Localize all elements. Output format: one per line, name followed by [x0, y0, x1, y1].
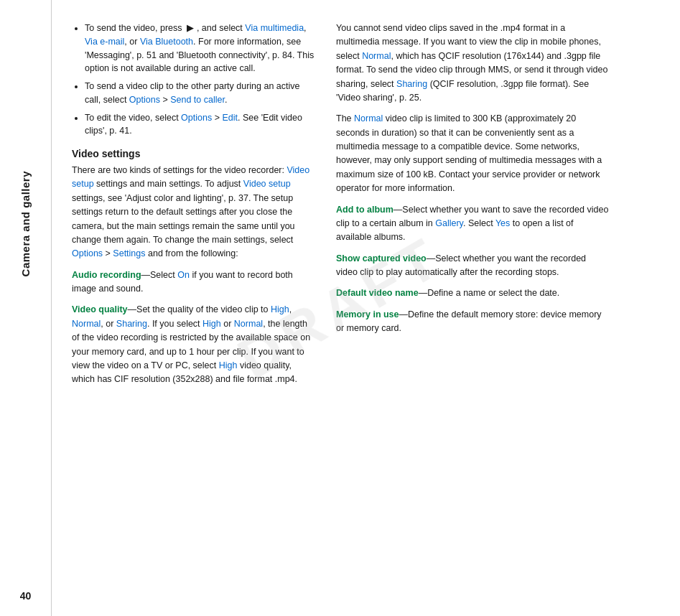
main-content: To send the video, press ▶ , and select …: [52, 0, 680, 616]
link-options-3[interactable]: Options: [72, 248, 103, 258]
sidebar: Camera and gallery 40: [0, 0, 52, 616]
default-video-name-term: Default video name: [336, 288, 419, 298]
link-high-3[interactable]: High: [219, 360, 238, 370]
link-sharing-2[interactable]: Sharing: [396, 79, 427, 89]
link-gallery[interactable]: Gallery: [435, 218, 463, 228]
left-column: To send the video, press ▶ , and select …: [72, 22, 316, 594]
link-send-to-caller[interactable]: Send to caller: [170, 95, 225, 105]
add-to-album-section: Add to album—Select whether you want to …: [336, 203, 609, 245]
link-normal-3[interactable]: Normal: [362, 51, 391, 61]
bullet-list: To send the video, press ▶ , and select …: [72, 22, 316, 138]
bullet-item-1: To send the video, press ▶ , and select …: [85, 22, 316, 75]
link-edit[interactable]: Edit: [222, 113, 238, 123]
video-settings-body: There are two kinds of settings for the …: [72, 164, 316, 261]
right-column: You cannot send video clips saved in the…: [336, 22, 609, 594]
sidebar-title: Camera and gallery: [19, 171, 32, 276]
bullet-item-2: To send a video clip to the other party …: [85, 80, 316, 107]
video-quality-section: Video quality—Set the quality of the vid…: [72, 303, 316, 386]
audio-recording-section: Audio recording—Select On if you want to…: [72, 269, 316, 297]
link-yes[interactable]: Yes: [495, 218, 510, 228]
default-video-name-section: Default video name—Define a name or sele…: [336, 286, 609, 300]
video-settings-heading: Video settings: [72, 148, 316, 159]
link-sharing-1[interactable]: Sharing: [116, 319, 147, 329]
para-normal-limit: The Normal video clip is limited to 300 …: [336, 112, 609, 195]
link-via-email[interactable]: Via e-mail: [85, 37, 124, 47]
link-video-setup-2[interactable]: Video setup: [243, 179, 291, 189]
link-options-2[interactable]: Options: [181, 113, 212, 123]
audio-recording-term: Audio recording: [72, 270, 141, 280]
show-captured-section: Show captured video—Select whether you w…: [336, 252, 609, 280]
link-settings[interactable]: Settings: [113, 248, 145, 258]
link-via-bluetooth[interactable]: Via Bluetooth: [140, 37, 193, 47]
video-quality-term: Video quality: [72, 304, 128, 314]
link-normal-1[interactable]: Normal: [72, 319, 101, 329]
memory-in-use-term: Memory in use: [336, 309, 399, 319]
link-normal-2[interactable]: Normal: [234, 319, 263, 329]
link-high-1[interactable]: High: [271, 304, 289, 314]
memory-in-use-section: Memory in use—Define the default memory …: [336, 308, 609, 336]
link-on[interactable]: On: [177, 270, 190, 280]
link-high-2[interactable]: High: [202, 319, 221, 329]
link-normal-4[interactable]: Normal: [354, 113, 383, 123]
link-options-1[interactable]: Options: [129, 95, 160, 105]
show-captured-term: Show captured video: [336, 253, 427, 263]
link-via-multimedia[interactable]: Via multimedia: [245, 23, 304, 33]
para-normal-resolution: You cannot send video clips saved in the…: [336, 22, 609, 105]
sidebar-page-number: 40: [20, 590, 32, 602]
bullet-item-3: To edit the video, select Options > Edit…: [85, 111, 316, 139]
add-to-album-term: Add to album: [336, 205, 393, 215]
